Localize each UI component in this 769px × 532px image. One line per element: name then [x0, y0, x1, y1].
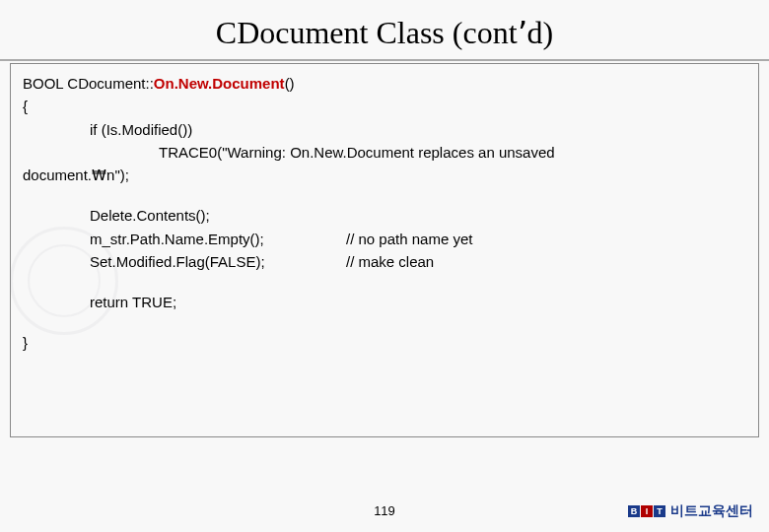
- setmod-line: Set.Modified.Flag(FALSE); // make clean: [90, 250, 748, 273]
- sig-prefix: BOOL CDocument::: [23, 75, 154, 92]
- slide-title: CDocument Class (contʼd): [0, 0, 769, 59]
- setmod-stmt: Set.Modified.Flag(FALSE);: [90, 250, 346, 273]
- brace-close: }: [23, 331, 748, 354]
- title-divider: [0, 59, 769, 61]
- footer-brand: B I T 비트교육센터: [628, 502, 753, 520]
- brand-logo: B I T: [628, 505, 666, 517]
- trace-line-a: TRACE0("Warning: On.New.Document replace…: [159, 141, 748, 164]
- trace-line-b: document.₩n");: [23, 164, 748, 186]
- function-name: On.New.Document: [154, 75, 285, 92]
- setmod-comment: // make clean: [346, 250, 434, 273]
- empty-comment: // no path name yet: [346, 228, 472, 250]
- slide: CDocument Class (contʼd) BOOL CDocument:…: [0, 0, 769, 532]
- delete-contents-line: Delete.Contents();: [90, 204, 748, 227]
- code-block: BOOL CDocument::On.New.Document() { if (…: [10, 63, 759, 437]
- if-line: if (Is.Modified()): [90, 118, 748, 141]
- brand-letter-b: B: [628, 505, 640, 517]
- brace-open: {: [23, 95, 748, 117]
- empty-line: m_str.Path.Name.Empty(); // no path name…: [90, 228, 748, 250]
- return-line: return TRUE;: [90, 291, 748, 313]
- sig-suffix: (): [285, 75, 295, 92]
- brand-letter-t: T: [654, 505, 665, 517]
- empty-stmt: m_str.Path.Name.Empty();: [90, 228, 346, 250]
- code-signature: BOOL CDocument::On.New.Document(): [23, 72, 748, 95]
- brand-text: 비트교육센터: [670, 502, 753, 520]
- brand-letter-i: I: [641, 505, 653, 517]
